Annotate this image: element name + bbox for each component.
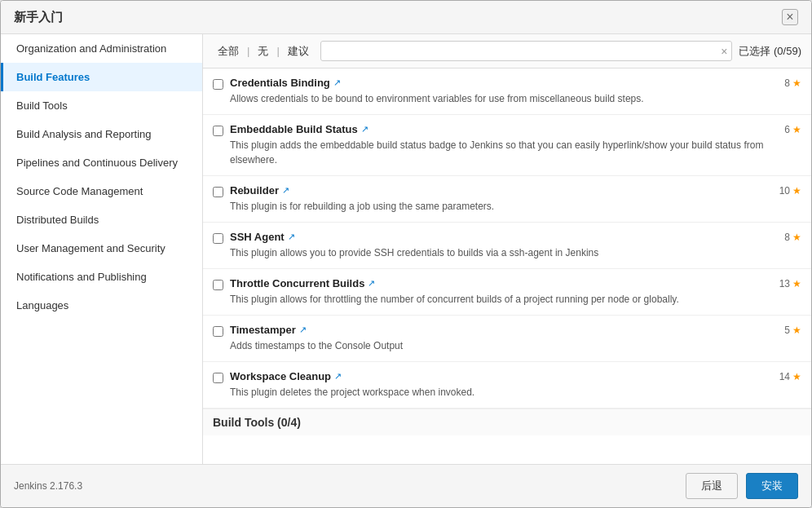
sidebar-item-user-mgmt[interactable]: User Management and Security — [1, 234, 202, 263]
plugin-name-timestamper: Timestamper — [230, 324, 296, 336]
sidebar-item-source-code[interactable]: Source Code Management — [1, 177, 202, 205]
plugin-desc-throttle-concurrent: This plugin allows for throttling the nu… — [230, 292, 801, 307]
plugin-checkbox-ssh-agent[interactable] — [213, 233, 223, 244]
setup-dialog: 新手入门 × Organization and AdministrationBu… — [0, 0, 812, 508]
plugin-link-rebuilder[interactable]: ↗ — [282, 185, 289, 196]
sidebar-item-languages[interactable]: Languages — [1, 291, 202, 320]
plugin-info-throttle-concurrent: Throttle Concurrent Builds↗13 ★This plug… — [230, 277, 801, 307]
sidebar-item-build-tools[interactable]: Build Tools — [1, 91, 202, 120]
plugin-stars-workspace-cleanup: 14 ★ — [779, 371, 801, 382]
plugin-desc-credentials-binding: Allows credentials to be bound to enviro… — [230, 91, 801, 106]
selected-count: 已选择 (0/59) — [739, 44, 801, 59]
plugin-link-ssh-agent[interactable]: ↗ — [288, 232, 295, 242]
plugin-item-rebuilder: Rebuilder↗10 ★This plugin is for rebuild… — [203, 176, 811, 223]
sidebar-item-notifications[interactable]: Notifications and Publishing — [1, 263, 202, 291]
footer-buttons: 后退 安装 — [686, 473, 798, 499]
plugin-item-embeddable-build-status: Embeddable Build Status↗6 ★This plugin a… — [203, 115, 811, 176]
sidebar-item-build-analysis[interactable]: Build Analysis and Reporting — [1, 120, 202, 148]
install-button[interactable]: 安装 — [746, 473, 798, 499]
filter-sep-2: | — [276, 45, 279, 57]
dialog-body: Organization and AdministrationBuild Fea… — [1, 34, 811, 464]
filter-tab-none[interactable]: 无 — [253, 42, 273, 60]
plugin-stars-rebuilder: 10 ★ — [779, 185, 801, 197]
plugin-info-workspace-cleanup: Workspace Cleanup↗14 ★This plugin delete… — [230, 370, 801, 400]
sidebar-item-build-features[interactable]: Build Features — [1, 63, 202, 91]
star-icon: ★ — [792, 325, 801, 336]
star-icon: ★ — [792, 124, 801, 135]
plugin-name-row-throttle-concurrent: Throttle Concurrent Builds↗13 ★ — [230, 277, 801, 289]
plugin-checkbox-credentials-binding[interactable] — [213, 79, 223, 90]
plugin-checkbox-workspace-cleanup[interactable] — [213, 373, 223, 383]
plugin-item-credentials-binding: Credentials Binding↗8 ★Allows credential… — [203, 68, 811, 115]
filter-tab-all[interactable]: 全部 — [213, 42, 244, 60]
plugin-stars-ssh-agent: 8 ★ — [784, 232, 801, 243]
plugin-name-row-ssh-agent: SSH Agent↗8 ★ — [230, 231, 801, 243]
sidebar: Organization and AdministrationBuild Fea… — [1, 34, 203, 464]
filter-bar: 全部 | 无 | 建议 × 已选择 (0/59) — [203, 34, 811, 68]
star-icon: ★ — [792, 371, 801, 382]
filter-tab-suggest[interactable]: 建议 — [283, 42, 314, 60]
plugin-name-throttle-concurrent: Throttle Concurrent Builds — [230, 277, 364, 289]
plugin-name-ssh-agent: SSH Agent — [230, 231, 285, 243]
main-content: 全部 | 无 | 建议 × 已选择 (0/59) Credentials Bin… — [203, 34, 811, 464]
filter-input[interactable] — [320, 41, 733, 61]
star-icon: ★ — [792, 185, 801, 197]
star-icon: ★ — [792, 77, 801, 89]
plugin-link-embeddable-build-status[interactable]: ↗ — [361, 124, 368, 135]
plugin-checkbox-throttle-concurrent[interactable] — [213, 280, 223, 290]
plugin-checkbox-embeddable-build-status[interactable] — [213, 126, 223, 136]
plugin-desc-workspace-cleanup: This plugin deletes the project workspac… — [230, 385, 801, 400]
filter-clear-icon[interactable]: × — [721, 45, 727, 58]
plugin-item-timestamper: Timestamper↗5 ★Adds timestamps to the Co… — [203, 316, 811, 362]
dialog-footer: Jenkins 2.176.3 后退 安装 — [1, 464, 811, 507]
sidebar-item-distributed[interactable]: Distributed Builds — [1, 205, 202, 234]
plugin-stars-embeddable-build-status: 6 ★ — [784, 124, 801, 135]
plugin-list: Credentials Binding↗8 ★Allows credential… — [203, 68, 811, 464]
plugin-info-embeddable-build-status: Embeddable Build Status↗6 ★This plugin a… — [230, 123, 801, 167]
plugin-name-workspace-cleanup: Workspace Cleanup — [230, 370, 331, 382]
back-button[interactable]: 后退 — [686, 473, 738, 499]
jenkins-version: Jenkins 2.176.3 — [14, 480, 82, 492]
plugin-name-credentials-binding: Credentials Binding — [230, 77, 330, 89]
plugin-name-row-rebuilder: Rebuilder↗10 ★ — [230, 184, 801, 197]
plugin-link-timestamper[interactable]: ↗ — [299, 325, 307, 335]
plugin-info-ssh-agent: SSH Agent↗8 ★This plugin allows you to p… — [230, 231, 801, 260]
plugin-item-workspace-cleanup: Workspace Cleanup↗14 ★This plugin delete… — [203, 362, 811, 409]
plugin-name-rebuilder: Rebuilder — [230, 184, 279, 197]
plugin-link-workspace-cleanup[interactable]: ↗ — [334, 371, 342, 382]
plugin-link-credentials-binding[interactable]: ↗ — [333, 77, 341, 88]
plugin-link-throttle-concurrent[interactable]: ↗ — [368, 278, 375, 289]
plugin-desc-ssh-agent: This plugin allows you to provide SSH cr… — [230, 245, 801, 260]
plugin-name-row-timestamper: Timestamper↗5 ★ — [230, 324, 801, 336]
star-icon: ★ — [792, 232, 801, 243]
plugin-desc-rebuilder: This plugin is for rebuilding a job usin… — [230, 199, 801, 214]
plugin-desc-timestamper: Adds timestamps to the Console Output — [230, 338, 801, 353]
dialog-title: 新手入门 — [14, 10, 63, 25]
plugin-checkbox-rebuilder[interactable] — [213, 187, 223, 197]
plugin-name-row-workspace-cleanup: Workspace Cleanup↗14 ★ — [230, 370, 801, 382]
filter-input-wrap: × — [320, 41, 733, 61]
plugin-info-rebuilder: Rebuilder↗10 ★This plugin is for rebuild… — [230, 184, 801, 214]
dialog-header: 新手入门 × — [1, 1, 811, 34]
star-icon: ★ — [792, 278, 801, 289]
section-partial-header: Build Tools (0/4) — [203, 409, 811, 435]
sidebar-item-org-admin[interactable]: Organization and Administration — [1, 34, 202, 63]
filter-sep-1: | — [247, 45, 249, 57]
plugin-stars-throttle-concurrent: 13 ★ — [779, 278, 801, 289]
plugin-desc-embeddable-build-status: This plugin adds the embeddable build st… — [230, 138, 801, 167]
plugin-stars-credentials-binding: 8 ★ — [784, 77, 801, 89]
plugin-info-timestamper: Timestamper↗5 ★Adds timestamps to the Co… — [230, 324, 801, 353]
close-button[interactable]: × — [782, 9, 798, 25]
plugin-item-throttle-concurrent: Throttle Concurrent Builds↗13 ★This plug… — [203, 269, 811, 316]
plugin-name-row-embeddable-build-status: Embeddable Build Status↗6 ★ — [230, 123, 801, 135]
plugin-info-credentials-binding: Credentials Binding↗8 ★Allows credential… — [230, 77, 801, 106]
plugin-item-ssh-agent: SSH Agent↗8 ★This plugin allows you to p… — [203, 223, 811, 269]
plugin-name-embeddable-build-status: Embeddable Build Status — [230, 123, 358, 135]
plugin-name-row-credentials-binding: Credentials Binding↗8 ★ — [230, 77, 801, 89]
sidebar-item-pipelines[interactable]: Pipelines and Continuous Delivery — [1, 148, 202, 177]
plugin-stars-timestamper: 5 ★ — [784, 325, 801, 336]
filter-tabs: 全部 | 无 | 建议 — [213, 42, 314, 60]
plugin-checkbox-timestamper[interactable] — [213, 326, 223, 337]
